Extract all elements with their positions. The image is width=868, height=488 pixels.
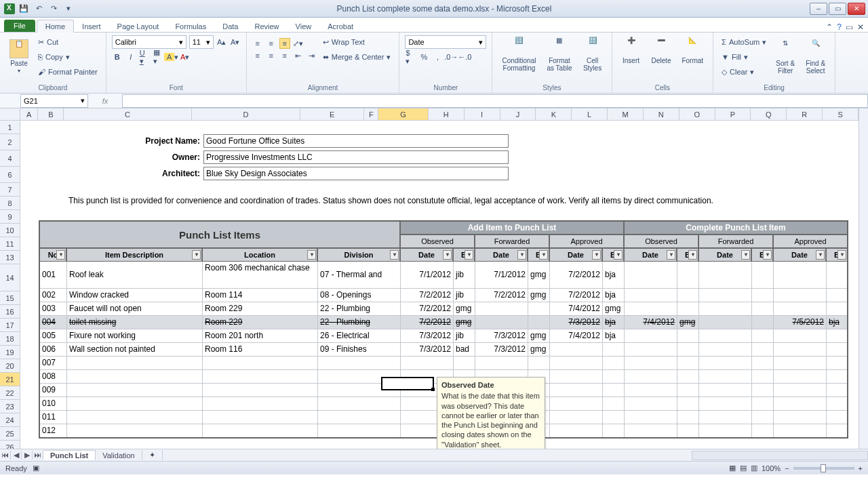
shrink-font-icon[interactable]: A▾ <box>230 37 241 47</box>
currency-icon[interactable]: $ ▾ <box>405 52 416 62</box>
fx-icon[interactable]: fx <box>102 97 108 105</box>
delete-cells-button[interactable]: ➖Delete <box>648 35 675 66</box>
group-font: Calibri▾ 11▾ A▴ A▾ B I U ▾ ▦ ▾ A▾ A▾ Fon… <box>106 33 247 93</box>
tooltip-body: What is the date that this item was obse… <box>441 391 540 449</box>
minimize-ribbon-icon[interactable]: ⌃ <box>826 22 833 32</box>
undo-icon[interactable]: ↶ <box>33 3 45 15</box>
minimize-button[interactable]: – <box>810 3 827 15</box>
sort-filter-button[interactable]: ⇅Sort & Filter <box>772 38 799 76</box>
wrap-text-button[interactable]: ↩Wrap Text <box>320 35 394 49</box>
tab-review[interactable]: Review <box>246 20 287 32</box>
cell-styles-button[interactable]: 🔠Cell Styles <box>579 35 606 73</box>
orientation-icon[interactable]: ⤢▾ <box>293 38 304 49</box>
vertical-scrollbar[interactable] <box>859 108 868 449</box>
field-architect[interactable]: Blue Sky Design Associates <box>203 167 509 180</box>
fill-button[interactable]: ▼ Fill ▾ <box>719 50 769 64</box>
fx-controls: fx <box>88 97 122 105</box>
redo-icon[interactable]: ↷ <box>47 3 60 15</box>
autosum-button[interactable]: Σ AutoSum ▾ <box>719 35 769 49</box>
format-painter-button[interactable]: 🖌Format Painter <box>35 65 100 79</box>
tooltip-observed-date: Observed Date What is the date that this… <box>437 377 545 449</box>
group-clipboard: 📋Paste▾ ✂Cut ⎘Copy ▾ 🖌Format Painter Cli… <box>0 33 106 93</box>
column-headers[interactable]: ABCDEFGHIJKLMNOPQRS <box>20 108 859 121</box>
align-mid-icon[interactable]: ≡ <box>266 38 277 49</box>
row-headers[interactable]: 124678910111314151617181920212223242526 <box>0 121 20 449</box>
insert-cells-button[interactable]: ➕Insert <box>618 35 645 66</box>
tooltip-title: Observed Date <box>441 380 540 390</box>
grid[interactable]: Project Name: Good Fortune Office Suites… <box>20 121 859 449</box>
find-select-button[interactable]: 🔍Find & Select <box>802 38 829 76</box>
window-controls: – ▭ ✕ <box>810 3 868 15</box>
formula-input[interactable] <box>122 94 868 108</box>
paste-button[interactable]: 📋Paste▾ <box>5 38 33 76</box>
qat-more-icon[interactable]: ▾ <box>62 3 75 15</box>
format-cells-button[interactable]: 📐Format <box>677 35 707 66</box>
format-as-table-button[interactable]: ▦Format as Table <box>542 35 576 73</box>
horizontal-scrollbar[interactable] <box>692 451 868 460</box>
help-icon[interactable]: ? <box>837 22 842 32</box>
field-project-name[interactable]: Good Fortune Office Suites <box>203 134 509 148</box>
close-workbook-icon[interactable]: ✕ <box>857 22 864 32</box>
sheet-tab-punch-list[interactable]: Punch List <box>43 450 96 460</box>
excel-icon <box>4 3 15 14</box>
zoom-out-icon[interactable]: − <box>785 464 789 472</box>
zoom-level[interactable]: 100% <box>762 464 781 472</box>
number-format-combo[interactable]: Date▾ <box>405 35 486 49</box>
align-right-icon[interactable]: ≡ <box>279 50 290 61</box>
merge-center-button[interactable]: ⬌Merge & Center ▾ <box>320 50 394 64</box>
indent-dec-icon[interactable]: ⇤ <box>293 50 304 61</box>
close-button[interactable]: ✕ <box>848 3 865 15</box>
inc-decimal-icon[interactable]: .0→ <box>446 52 456 62</box>
align-bot-icon[interactable]: ≡ <box>279 38 290 49</box>
field-owner[interactable]: Progressive Investments LLC <box>203 150 509 164</box>
tab-acrobat[interactable]: Acrobat <box>319 20 361 32</box>
restore-button[interactable]: ▭ <box>829 3 846 15</box>
tab-file[interactable]: File <box>4 20 35 32</box>
tab-nav[interactable]: ⏮◀▶⏭ <box>0 451 43 460</box>
conditional-formatting-button[interactable]: 🔢Conditional Formatting <box>498 35 540 73</box>
window-restore-icon[interactable]: ▭ <box>846 22 853 32</box>
tab-page-layout[interactable]: Page Layout <box>109 20 167 32</box>
font-color-button[interactable]: A▾ <box>180 52 191 62</box>
align-left-icon[interactable]: ≡ <box>252 50 263 61</box>
tab-view[interactable]: View <box>288 20 320 32</box>
view-page-icon[interactable]: ▤ <box>740 464 747 472</box>
view-normal-icon[interactable]: ▦ <box>729 464 736 472</box>
font-size-combo[interactable]: 11▾ <box>189 35 214 49</box>
sheet-tab-validation[interactable]: Validation <box>96 451 142 460</box>
comma-icon[interactable]: , <box>432 52 443 62</box>
font-name-combo[interactable]: Calibri▾ <box>112 35 186 49</box>
copy-button[interactable]: ⎘Copy ▾ <box>35 50 100 64</box>
bold-button[interactable]: B <box>112 52 123 62</box>
view-break-icon[interactable]: ▥ <box>751 464 757 472</box>
align-top-icon[interactable]: ≡ <box>252 38 263 49</box>
align-center-icon[interactable]: ≡ <box>266 50 277 61</box>
fill-color-button[interactable]: A▾ <box>166 52 177 62</box>
grow-font-icon[interactable]: A▴ <box>216 37 227 47</box>
clear-button[interactable]: ◇ Clear ▾ <box>719 65 769 79</box>
name-box[interactable]: G21▾ <box>20 94 88 108</box>
ribbon-tabs: File Home Insert Page Layout Formulas Da… <box>0 18 868 33</box>
tab-insert[interactable]: Insert <box>74 20 109 32</box>
quick-access-toolbar: 💾 ↶ ↷ ▾ <box>0 3 79 15</box>
cut-button[interactable]: ✂Cut <box>35 35 100 49</box>
select-all-corner[interactable] <box>0 108 20 121</box>
zoom-in-icon[interactable]: + <box>859 464 863 472</box>
new-sheet-icon[interactable]: ✦ <box>142 450 163 460</box>
group-styles: 🔢Conditional Formatting ▦Format as Table… <box>492 33 612 93</box>
macro-record-icon[interactable]: ▣ <box>33 464 39 472</box>
note-text: This punch list is provided for convenie… <box>66 194 860 207</box>
save-icon[interactable]: 💾 <box>18 3 30 15</box>
zoom-slider[interactable] <box>793 467 854 470</box>
group-label: Editing <box>719 83 829 93</box>
border-button[interactable]: ▦ ▾ <box>153 52 163 62</box>
dec-decimal-icon[interactable]: ←.0 <box>459 52 470 62</box>
underline-button[interactable]: U ▾ <box>139 52 150 62</box>
tab-formulas[interactable]: Formulas <box>167 20 214 32</box>
tab-home[interactable]: Home <box>37 20 74 33</box>
percent-icon[interactable]: % <box>418 52 429 62</box>
italic-button[interactable]: I <box>125 52 136 62</box>
tab-data[interactable]: Data <box>214 20 246 32</box>
indent-inc-icon[interactable]: ⇥ <box>307 50 317 61</box>
scissors-icon: ✂ <box>38 38 44 47</box>
